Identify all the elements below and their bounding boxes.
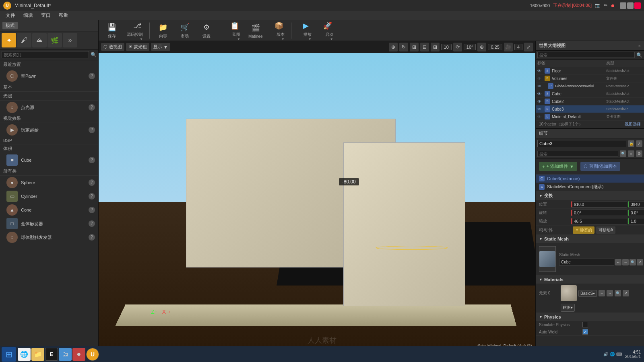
taskbar-files[interactable]: 🗂 xyxy=(59,348,72,361)
lit-btn[interactable]: ☀ 蒙光粗 xyxy=(126,43,149,51)
rotate-icon-btn[interactable]: ↻ xyxy=(399,43,408,51)
item-cube[interactable]: ■ Cube ? xyxy=(0,153,98,167)
mat-search-icon[interactable]: 🔍 xyxy=(615,290,621,296)
outliner-row-cube2[interactable]: 👁 S Cube2 StaticMeshAct xyxy=(536,98,644,105)
details-search-icon[interactable]: 🔍 xyxy=(620,150,626,157)
rot-x-field[interactable] xyxy=(571,210,627,216)
window-controls[interactable] xyxy=(620,2,641,9)
details-search-input[interactable] xyxy=(537,151,618,157)
item-info-pawn[interactable]: ? xyxy=(89,73,95,79)
item-info-boxtrigger[interactable]: ? xyxy=(89,220,95,227)
mobility-movable-btn[interactable]: 可移动A xyxy=(596,226,616,234)
menu-file[interactable]: 文件 xyxy=(2,11,19,20)
outliner-row-cube3[interactable]: 👁 S Cube3 StaticMeshAc xyxy=(536,105,644,113)
show-btn[interactable]: 显示 ▼ xyxy=(151,43,170,51)
grid-value[interactable]: 10 xyxy=(441,44,452,50)
mesh-goto-icon[interactable]: ↗ xyxy=(637,259,643,265)
mesh-search-icon[interactable]: 🔍 xyxy=(630,259,636,265)
launch-button[interactable]: 🚀 启动 ▼ xyxy=(316,20,336,43)
mat-back-icon[interactable]: ← xyxy=(599,290,605,296)
details-filter-btn[interactable]: ⚙ xyxy=(636,150,642,157)
scale-y-field[interactable] xyxy=(628,218,644,224)
section-basic[interactable]: 基本 xyxy=(0,83,98,92)
item-info-pointlight[interactable]: ? xyxy=(89,104,95,111)
section-all[interactable]: 所有类 xyxy=(0,167,98,176)
maximize-viewport-btn[interactable]: ⤢ xyxy=(524,43,533,51)
menu-edit[interactable]: 编辑 xyxy=(19,11,37,20)
blueprint-script-button[interactable]: ⬡ 蓝图/添加脚本 xyxy=(580,162,620,171)
blueprint-button[interactable]: 📋 蓝图 ▼ xyxy=(223,20,244,43)
pos-y-field[interactable] xyxy=(628,201,644,208)
materials-header[interactable]: ▼ Materials xyxy=(536,276,644,284)
menu-window[interactable]: 窗口 xyxy=(37,11,55,20)
snap-icon-btn[interactable]: ⊕ xyxy=(477,43,486,51)
details-name-input[interactable] xyxy=(537,140,626,147)
details-expand-icon[interactable]: ⤢ xyxy=(636,140,642,147)
scale-x-field[interactable] xyxy=(571,218,627,224)
coord-icon-btn[interactable]: ⊟ xyxy=(420,43,429,51)
taskbar-red[interactable]: ● xyxy=(72,348,85,361)
content-button[interactable]: 📁 内容 xyxy=(153,20,173,41)
item-info-spheretrigger[interactable]: ? xyxy=(89,234,95,241)
section-recent[interactable]: 最近放置 xyxy=(0,60,98,69)
blueprint-dropdown[interactable]: 贴图▾ xyxy=(561,304,575,312)
version-button[interactable]: 📦 版本 ▼ xyxy=(268,20,288,43)
mode-paint[interactable]: 🖌 xyxy=(17,33,31,47)
item-info-cube[interactable]: ? xyxy=(89,157,95,163)
matinee-button[interactable]: 🎬 Matinee xyxy=(245,21,266,40)
item-box-trigger[interactable]: □ 盒体触发器 ? xyxy=(0,217,98,230)
section-bsp[interactable]: BSP xyxy=(0,137,98,144)
item-sphere[interactable]: ● Sphere ? xyxy=(0,176,98,189)
start-button[interactable]: ⊞ xyxy=(2,347,16,362)
outliner-row-volumes[interactable]: 👁 F Volumes 文件夹 xyxy=(536,75,644,82)
taskbar-ue[interactable]: U xyxy=(86,348,99,361)
mat-forward-icon[interactable]: → xyxy=(607,290,613,296)
perspective-btn[interactable]: ⬡ 透视图 xyxy=(101,43,124,51)
settings-button[interactable]: ⚙ 设置 xyxy=(196,20,217,41)
item-info-cone[interactable]: ? xyxy=(89,207,95,213)
source-control-button[interactable]: ⎇ 源码控制 ▼ xyxy=(124,20,146,43)
taskbar-epic[interactable]: E xyxy=(45,348,58,361)
details-lock-icon[interactable]: 🔒 xyxy=(628,140,634,147)
mesh-arrow-icon[interactable]: → xyxy=(622,259,629,265)
taskbar-chrome[interactable]: 🌐 xyxy=(18,348,31,361)
transform-icon-btn[interactable]: ⊕ xyxy=(389,43,398,51)
outliner-row-floor[interactable]: 👁 S Floor StaticMeshAct xyxy=(536,67,644,75)
item-cylinder[interactable]: ▭ Cylinder ? xyxy=(0,189,98,203)
static-mesh-header[interactable]: ▼ Static Mesh xyxy=(536,235,644,243)
item-cone[interactable]: ▲ Cone ? xyxy=(0,203,98,217)
mode-button[interactable]: 模式 xyxy=(2,22,18,29)
physics-header[interactable]: ▼ Physics xyxy=(536,313,644,321)
close-button[interactable] xyxy=(634,2,641,9)
save-button[interactable]: 💾 保存 xyxy=(102,20,122,41)
grid-angle[interactable]: 10° xyxy=(464,44,476,50)
mesh-name-field[interactable] xyxy=(559,259,614,265)
mobility-static-btn[interactable]: ☀ 静态的 xyxy=(573,226,594,234)
component-static-mesh[interactable]: S StaticMeshComponent(继承) xyxy=(536,183,644,191)
item-player-start[interactable]: ▶ 玩家起始 ? xyxy=(0,123,98,137)
outliner-search-input[interactable] xyxy=(537,52,635,58)
simulate-checkbox[interactable] xyxy=(582,322,588,327)
mesh-back-icon[interactable]: ← xyxy=(615,259,621,265)
scale-value[interactable]: 0.25 xyxy=(488,44,502,50)
pos-x-field[interactable] xyxy=(571,201,627,208)
grid-icon-btn[interactable]: ⊞ xyxy=(431,43,440,51)
outliner-row-minimal[interactable]: 👁 L Minimal_Default 关卡蓝图 xyxy=(536,113,644,121)
outliner-row-cube[interactable]: 👁 S Cube StaticMeshAct xyxy=(536,90,644,98)
maximize-button[interactable] xyxy=(627,2,634,9)
menu-help[interactable]: 帮助 xyxy=(55,11,72,20)
component-cube3-instance[interactable]: C Cube3(Instance) xyxy=(536,175,644,183)
details-view-btn[interactable]: ≡ xyxy=(628,150,634,157)
section-lighting[interactable]: 光照 xyxy=(0,92,98,101)
rot-y-field[interactable] xyxy=(628,210,644,216)
auto-weld-checkbox[interactable] xyxy=(582,329,588,335)
search-input[interactable] xyxy=(2,51,89,58)
scale-icon-btn[interactable]: ⊞ xyxy=(410,43,419,51)
play-button[interactable]: ▶ 播放 ▼ xyxy=(295,20,315,43)
item-info-cylinder[interactable]: ? xyxy=(89,193,95,200)
transform-header[interactable]: ▼ 变换 xyxy=(536,191,644,200)
material-dropdown[interactable]: BasicS▾ xyxy=(578,290,597,297)
minimize-button[interactable] xyxy=(620,2,626,9)
item-point-light[interactable]: ○ 点光源 ? xyxy=(0,101,98,114)
marketplace-button[interactable]: 🛒 市场 xyxy=(175,20,195,41)
